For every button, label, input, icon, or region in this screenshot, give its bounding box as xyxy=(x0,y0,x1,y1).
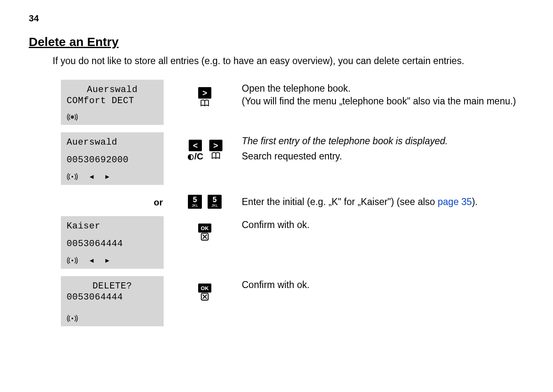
signal-icon xyxy=(67,173,78,180)
ok-key: OK xyxy=(198,284,211,303)
or-label: or xyxy=(61,193,168,208)
arrow-left-icon xyxy=(90,173,94,181)
phonebook-key: > xyxy=(198,87,211,109)
step-description: The first entry of the telephone book is… xyxy=(242,132,524,163)
phone-screen: Auerswald COMfort DECT xyxy=(61,80,164,125)
phonebook-key: > xyxy=(209,140,222,162)
arrow-left-icon xyxy=(90,256,94,265)
key-icons: OK xyxy=(168,216,242,243)
desc-text: Confirm with ok. xyxy=(242,219,524,231)
steps-container: Auerswald COMfort DECT > Open the teleph… xyxy=(61,80,524,326)
screen-line-1: Auerswald xyxy=(67,137,158,148)
signal-icon xyxy=(67,113,78,121)
page-number: 34 xyxy=(29,13,39,24)
key-digit: 5 xyxy=(193,196,197,203)
step-description: Confirm with ok. xyxy=(242,276,524,291)
signal-icon xyxy=(67,315,78,322)
svg-point-0 xyxy=(72,116,73,118)
desc-text: Open the telephone book. xyxy=(242,82,524,95)
key-5: 5JKL xyxy=(208,195,222,209)
screen-line-2: 0053064444 xyxy=(67,239,158,249)
step-description: Enter the initial (e.g. „K" for „Kaiser"… xyxy=(242,193,524,208)
screen-line-2: 0053064444 xyxy=(67,292,158,302)
screen-line-1: Kaiser xyxy=(67,221,158,231)
phone-screen: Kaiser 0053064444 xyxy=(61,216,164,269)
key-icons: OK xyxy=(168,276,242,303)
step-description: Open the telephone book. (You will find … xyxy=(242,80,524,108)
signal-icon xyxy=(67,257,78,264)
ok-label: OK xyxy=(198,284,211,293)
key-letters: JKL xyxy=(211,204,218,208)
key-icons: < /C > xyxy=(168,132,242,162)
desc-text-2: (You will find the menu „telephone book"… xyxy=(242,95,524,108)
phone-screen: DELETE? 0053064444 xyxy=(61,276,164,326)
step-5: DELETE? 0053064444 OK Confirm with ok. xyxy=(61,276,524,326)
lt-icon: < xyxy=(189,140,202,151)
arrow-right-icon xyxy=(105,256,109,265)
step-3-or: or 5JKL 5JKL Enter the initial (e.g. „K"… xyxy=(61,192,524,209)
step-2: Auerswald 00530692000 < /C > xyxy=(61,132,524,185)
step-1: Auerswald COMfort DECT > Open the teleph… xyxy=(61,80,524,125)
ok-label: OK xyxy=(198,224,211,233)
gt-icon: > xyxy=(198,87,211,99)
key-5: 5JKL xyxy=(188,195,202,209)
book-icon xyxy=(211,151,220,162)
desc-text-tail: ). xyxy=(472,196,478,207)
step-4: Kaiser 0053064444 OK Confirm with xyxy=(61,216,524,269)
key-icons: 5JKL 5JKL xyxy=(168,192,242,209)
svg-point-1 xyxy=(72,176,73,178)
screen-line-1: DELETE? xyxy=(67,281,158,291)
desc-text: Enter the initial (e.g. „K" for „Kaiser"… xyxy=(242,196,438,207)
intro-text: If you do not like to store all entries … xyxy=(53,55,513,67)
clear-icon: /C xyxy=(187,151,204,162)
key-icons: > xyxy=(168,80,242,109)
desc-text: Search requested entry. xyxy=(242,150,524,163)
desc-italic: The first entry of the telephone book is… xyxy=(242,135,524,148)
svg-point-2 xyxy=(72,260,73,261)
x-icon xyxy=(201,293,209,303)
page-link[interactable]: page 35 xyxy=(438,196,472,207)
key-letters: JKL xyxy=(192,204,198,208)
book-icon xyxy=(200,99,209,109)
screen-line-2: COMfort DECT xyxy=(67,96,158,106)
step-description: Confirm with ok. xyxy=(242,216,524,231)
ok-key: OK xyxy=(198,224,211,243)
back-key: < /C xyxy=(187,140,204,162)
section-title: Delete an Entry xyxy=(29,35,524,49)
x-icon xyxy=(201,233,209,243)
screen-line-1: Auerswald xyxy=(67,85,158,95)
phone-screen: Auerswald 00530692000 xyxy=(61,132,164,185)
desc-text: Confirm with ok. xyxy=(242,279,524,291)
svg-point-4 xyxy=(72,318,73,319)
screen-line-2: 00530692000 xyxy=(67,155,158,165)
arrow-right-icon xyxy=(105,173,109,181)
gt-icon: > xyxy=(209,140,222,151)
key-digit: 5 xyxy=(213,196,217,203)
